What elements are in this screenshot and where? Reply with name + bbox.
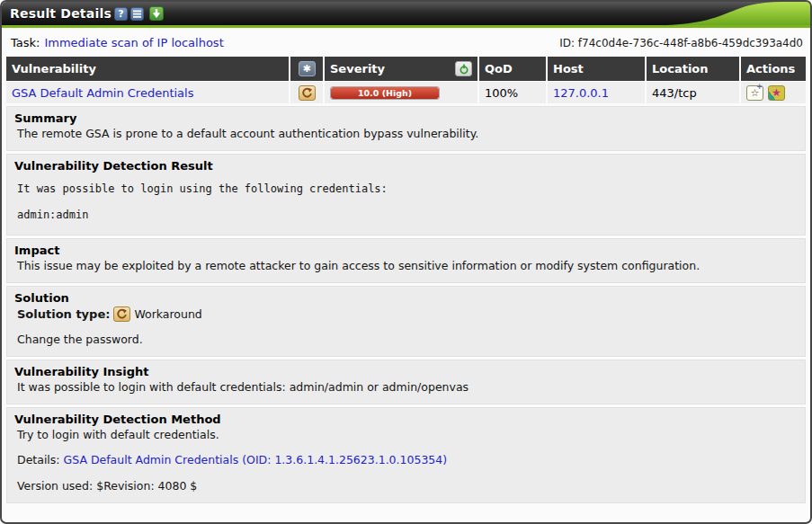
host-link[interactable]: 127.0.0.1	[553, 86, 609, 100]
vulnerability-link[interactable]: GSA Default Admin Credentials	[12, 86, 193, 100]
insight-body: It was possible to login with default cr…	[14, 380, 798, 395]
cell-qod: 100%	[479, 82, 548, 103]
solution-type-label: Solution type:	[17, 307, 110, 321]
detection-method-heading: Vulnerability Detection Method	[14, 413, 798, 426]
solution-type-row: Solution type: Workaround	[14, 306, 798, 322]
detection-method-body: Try to login with default credentials.	[14, 428, 798, 443]
header-actions: Actions	[741, 57, 806, 81]
download-arrow-glyph	[151, 8, 162, 19]
task-bar: Task: Immediate scan of IP localhost ID:…	[2, 28, 810, 55]
detection-result-heading: Vulnerability Detection Result	[14, 159, 798, 173]
list-icon-glyph	[132, 9, 142, 19]
header-severity: Severity	[325, 57, 479, 81]
header-location: Location	[647, 57, 741, 81]
section-detection-result: Vulnerability Detection Result It was po…	[6, 154, 806, 235]
workaround-icon	[299, 85, 316, 101]
severity-bar-track: 10.0 (High)	[330, 86, 440, 100]
header-vulnerability: Vulnerability	[6, 57, 290, 81]
circular-arrow-glyph	[301, 87, 313, 99]
detection-result-line1: It was possible to login using the follo…	[14, 182, 798, 195]
help-icon[interactable]: ?	[114, 7, 128, 21]
impact-heading: Impact	[14, 244, 798, 257]
page-title: Result Details	[10, 6, 112, 21]
section-impact: Impact This issue may be exploited by a …	[6, 238, 806, 283]
details-label: Details:	[17, 453, 60, 466]
table-header-row: Vulnerability ✱ Severity QoD Host Locati…	[6, 57, 806, 81]
summary-heading: Summary	[14, 111, 798, 125]
solution-type-icon: ✱	[299, 61, 316, 76]
overrides-toggle-icon[interactable]	[455, 61, 472, 76]
header-severity-label: Severity	[330, 62, 385, 75]
header-host: Host	[548, 57, 647, 81]
nvt-details-link[interactable]: GSA Default Admin Credentials (OID: 1.3.…	[64, 453, 448, 466]
section-detection-method: Vulnerability Detection Method Try to lo…	[6, 407, 806, 504]
version-used-line: Version used: $Revision: 4080 $	[14, 479, 798, 494]
impact-body: This issue may be exploited by a remote …	[14, 259, 798, 274]
titlebar: Result Details ?	[2, 2, 810, 25]
power-icon	[459, 64, 469, 75]
cell-solution-type	[290, 82, 325, 103]
override-star-glyph: ★	[772, 87, 781, 98]
cell-vulnerability: GSA Default Admin Credentials	[6, 82, 290, 103]
header-solution-type: ✱	[290, 57, 325, 81]
solution-body: Change the password.	[14, 333, 798, 348]
result-table: Vulnerability ✱ Severity QoD Host Locati…	[6, 57, 806, 103]
section-solution: Solution Solution type: Workaround Chang…	[6, 286, 806, 357]
circular-arrow-glyph	[116, 308, 128, 320]
cell-location: 443/tcp	[647, 82, 741, 103]
list-icon[interactable]	[130, 7, 144, 21]
cell-host: 127.0.0.1	[548, 82, 647, 103]
solution-heading: Solution	[14, 291, 798, 305]
cell-actions: ☆+ ★	[741, 82, 806, 103]
task-label: Task:	[11, 36, 40, 49]
download-icon[interactable]	[149, 6, 164, 21]
severity-bar: 10.0 (High)	[331, 87, 439, 99]
workaround-icon	[113, 306, 130, 322]
green-swoosh-decoration	[666, 2, 810, 25]
detection-method-details: Details: GSA Default Admin Credentials (…	[14, 453, 798, 468]
note-plus-glyph: +	[756, 84, 763, 91]
insight-heading: Vulnerability Insight	[14, 365, 798, 378]
result-row: GSA Default Admin Credentials 10.0 (High…	[6, 82, 806, 103]
header-qod: QoD	[479, 57, 548, 81]
section-summary: Summary The remote GSA is prone to a def…	[6, 106, 806, 151]
section-insight: Vulnerability Insight It was possible to…	[6, 360, 806, 404]
cell-severity: 10.0 (High)	[325, 82, 479, 103]
add-override-icon[interactable]: ★	[768, 85, 785, 101]
task-link[interactable]: Immediate scan of IP localhost	[44, 36, 223, 49]
detection-result-line2: admin:admin	[14, 209, 798, 221]
row-actions: ☆+ ★	[746, 85, 785, 101]
result-id: ID: f74c0d4e-736c-448f-a8b6-459dc393a4d0	[559, 37, 803, 49]
result-details-window: Result Details ?	[0, 0, 812, 524]
solution-type-value: Workaround	[134, 307, 201, 321]
summary-body: The remote GSA is prone to a default acc…	[14, 127, 798, 142]
add-note-icon[interactable]: ☆+	[746, 85, 763, 101]
